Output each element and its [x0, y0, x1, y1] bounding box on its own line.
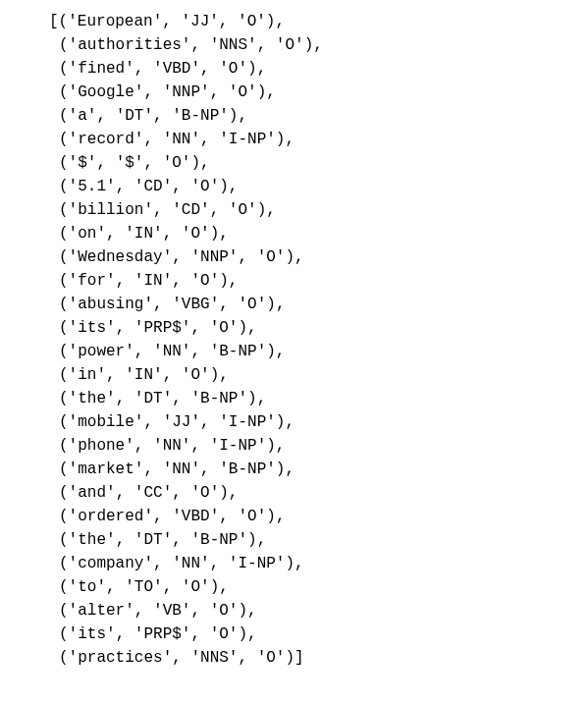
tuple-separator: ,	[257, 390, 267, 407]
tuple-separator: ,	[276, 296, 286, 313]
elem-separator: ,	[190, 319, 209, 337]
elem-separator: ,	[116, 625, 134, 643]
token-iob: 'I-NP'	[210, 437, 267, 455]
open-paren: (	[59, 178, 69, 195]
list-item: ('on', 'IN', 'O'),	[20, 222, 568, 245]
token-word: 'the'	[69, 531, 116, 549]
token-word: 'mobile'	[69, 413, 144, 431]
token-pos: 'NNP'	[190, 248, 238, 266]
close-paren: )	[266, 343, 276, 360]
list-item: ('its', 'PRP$', 'O'),	[20, 316, 568, 340]
open-paren: (	[59, 484, 69, 502]
elem-separator: ,	[134, 60, 153, 78]
elem-separator: ,	[153, 555, 172, 572]
open-paren: (	[59, 413, 69, 431]
elem-separator: ,	[219, 508, 238, 525]
token-word: 'its'	[69, 319, 116, 337]
open-paren: (	[59, 460, 69, 478]
tuple-separator: ,	[266, 83, 276, 101]
list-item: ('5.1', 'CD', 'O'),	[20, 175, 568, 198]
elem-separator: ,	[219, 13, 238, 30]
token-pos: 'VBD'	[153, 60, 200, 78]
token-word: 'Google'	[69, 83, 144, 101]
open-paren: (	[59, 508, 69, 525]
elem-separator: ,	[172, 484, 190, 502]
tuple-separator: ,	[247, 602, 257, 620]
close-paren: )	[304, 36, 314, 54]
elem-separator: ,	[143, 460, 162, 478]
token-iob: 'O'	[163, 154, 191, 172]
token-pos: 'JJ'	[181, 13, 218, 30]
token-word: 'European'	[68, 13, 162, 30]
elem-separator: ,	[143, 154, 162, 172]
token-word: 'fined'	[69, 60, 134, 78]
elem-separator: ,	[219, 296, 238, 313]
elem-separator: ,	[106, 225, 125, 243]
elem-separator: ,	[153, 508, 172, 525]
token-iob: 'O'	[190, 272, 219, 290]
open-paren: (	[59, 201, 69, 219]
token-word: 'power'	[69, 343, 134, 360]
list-item: ('phone', 'NN', 'I-NP'),	[20, 434, 568, 458]
token-iob: 'I-NP'	[229, 555, 286, 572]
close-paren: )	[219, 272, 229, 290]
token-word: 'phone'	[69, 437, 134, 455]
token-pos: 'NN'	[153, 437, 190, 455]
token-pos: 'VB'	[153, 602, 190, 620]
list-item: ('the', 'DT', 'B-NP'),	[20, 387, 568, 410]
close-paren: )	[238, 625, 247, 643]
close-paren: )	[247, 60, 257, 78]
token-pos: 'NN'	[163, 131, 200, 148]
token-iob: 'B-NP'	[190, 390, 247, 407]
tuple-separator: ,	[219, 578, 229, 596]
token-pos: 'NNS'	[210, 36, 257, 54]
elem-separator: ,	[190, 625, 209, 643]
list-item: ('ordered', 'VBD', 'O'),	[20, 505, 568, 528]
list-item: ('authorities', 'NNS', 'O'),	[20, 33, 568, 57]
tuple-separator: ,	[219, 225, 229, 243]
list-item: [('European', 'JJ', 'O'),	[20, 10, 568, 33]
elem-separator: ,	[172, 178, 190, 195]
token-iob: 'B-NP'	[219, 460, 276, 478]
token-word: 'ordered'	[69, 508, 153, 525]
open-paren: (	[59, 319, 69, 337]
token-iob: 'B-NP'	[172, 107, 229, 125]
token-iob: 'O'	[210, 319, 239, 337]
elem-separator: ,	[106, 578, 125, 596]
list-item: ('$', '$', 'O'),	[20, 151, 568, 175]
tuple-separator: ,	[229, 272, 239, 290]
token-iob: 'I-NP'	[219, 413, 276, 431]
token-pos: 'DT'	[116, 107, 153, 125]
close-paren: )	[257, 83, 267, 101]
token-word: 'Wednesday'	[69, 248, 173, 266]
list-item: ('a', 'DT', 'B-NP'),	[20, 104, 568, 128]
token-pos: 'JJ'	[163, 413, 200, 431]
open-paren: (	[59, 390, 69, 407]
list-item: ('billion', 'CD', 'O'),	[20, 198, 568, 222]
close-paren: )	[238, 319, 247, 337]
token-word: 'on'	[69, 225, 106, 243]
token-pos: 'IN'	[125, 366, 162, 384]
open-paren: (	[59, 296, 69, 313]
tuple-separator: ,	[285, 413, 294, 431]
open-paren: (	[59, 131, 69, 148]
tuple-separator: ,	[247, 319, 257, 337]
tuple-separator: ,	[219, 366, 229, 384]
token-pos: 'VBG'	[172, 296, 219, 313]
open-paren: (	[59, 437, 69, 455]
token-word: '$'	[69, 154, 97, 172]
tuple-separator: ,	[229, 484, 239, 502]
elem-separator: ,	[210, 555, 229, 572]
close-paren: )	[276, 413, 286, 431]
list-item: ('to', 'TO', 'O'),	[20, 575, 568, 599]
token-iob: 'B-NP'	[210, 343, 267, 360]
token-iob: 'O'	[219, 60, 247, 78]
token-word: 'for'	[69, 272, 116, 290]
close-paren: )	[219, 178, 229, 195]
open-paren: (	[59, 107, 69, 125]
elem-separator: ,	[200, 60, 219, 78]
list-item: ('record', 'NN', 'I-NP'),	[20, 128, 568, 151]
list-item: ('and', 'CC', 'O'),	[20, 481, 568, 505]
open-paren: (	[59, 602, 69, 620]
close-paren: )	[266, 296, 276, 313]
